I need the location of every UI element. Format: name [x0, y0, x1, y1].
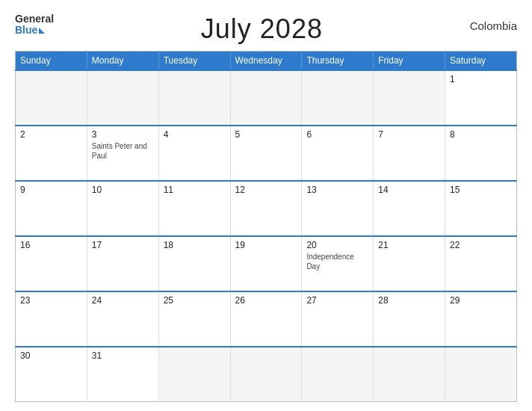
day-number: 10 — [92, 185, 154, 195]
page: General Blue July 2028 Colombia Sunday M… — [0, 0, 532, 411]
day-number: 7 — [378, 129, 440, 140]
day-number: 9 — [20, 185, 82, 195]
day-number: 28 — [378, 295, 440, 306]
logo-triangle-icon — [39, 28, 45, 34]
day-number: 21 — [378, 240, 440, 250]
day-number: 18 — [164, 240, 226, 250]
day-number: 15 — [450, 185, 512, 195]
calendar-cell: 10 — [87, 181, 158, 236]
logo-general-text: General — [15, 13, 54, 24]
calendar-cell: 19 — [230, 236, 302, 291]
weekday-friday: Friday — [374, 52, 445, 71]
calendar-cell: 9 — [16, 181, 87, 236]
day-number: 12 — [235, 185, 297, 195]
weekday-wednesday: Wednesday — [230, 52, 302, 71]
calendar-cell: 29 — [445, 291, 517, 347]
calendar-cell: 24 — [87, 291, 158, 347]
day-number: 13 — [306, 185, 368, 195]
weekday-thursday: Thursday — [302, 52, 374, 71]
calendar-cell: 6 — [302, 126, 374, 181]
calendar-cell: 20Independence Day — [302, 236, 374, 291]
day-number: 22 — [450, 240, 512, 250]
calendar-cell: 2 — [16, 126, 87, 181]
calendar-cell: 25 — [158, 291, 230, 347]
day-number: 16 — [20, 240, 82, 250]
calendar-cell: 31 — [87, 347, 158, 402]
calendar-cell: 8 — [445, 126, 517, 181]
calendar-cell — [158, 70, 230, 126]
month-title: July 2028 — [201, 13, 323, 44]
title-area: July 2028 — [54, 13, 469, 45]
calendar-cell: 16 — [16, 236, 87, 291]
day-number: 5 — [235, 129, 297, 140]
weekday-sunday: Sunday — [16, 52, 87, 71]
calendar-cell — [302, 347, 374, 402]
calendar-cell: 13 — [302, 181, 374, 236]
day-number: 29 — [450, 295, 512, 306]
calendar-week-row: 23242526272829 — [16, 291, 517, 347]
calendar-cell: 5 — [230, 126, 302, 181]
weekday-header-row: Sunday Monday Tuesday Wednesday Thursday… — [16, 52, 517, 71]
weekday-saturday: Saturday — [445, 52, 517, 71]
calendar-cell: 11 — [158, 181, 230, 236]
day-number: 3 — [92, 129, 154, 140]
day-number: 19 — [235, 240, 297, 250]
calendar-cell: 18 — [158, 236, 230, 291]
calendar-cell: 4 — [158, 126, 230, 181]
calendar-cell — [374, 347, 445, 402]
calendar-cell — [374, 70, 445, 126]
calendar-week-row: 23Saints Peter and Paul45678 — [16, 126, 517, 181]
calendar-week-row: 9101112131415 — [16, 181, 517, 236]
calendar-week-row: 1617181920Independence Day2122 — [16, 236, 517, 291]
calendar-cell: 14 — [374, 181, 445, 236]
calendar-cell: 21 — [374, 236, 445, 291]
day-number: 26 — [235, 295, 297, 306]
day-number: 27 — [306, 295, 368, 306]
header: General Blue July 2028 Colombia — [15, 13, 517, 45]
day-number: 11 — [164, 185, 226, 195]
calendar-cell — [158, 347, 230, 402]
day-number: 4 — [164, 129, 226, 140]
day-number: 8 — [450, 129, 512, 140]
calendar-week-row: 1 — [16, 70, 517, 126]
calendar-cell: 12 — [230, 181, 302, 236]
calendar-cell — [445, 347, 517, 402]
day-number: 17 — [92, 240, 154, 250]
day-number: 24 — [92, 295, 154, 306]
day-number: 2 — [20, 129, 82, 140]
calendar-cell: 1 — [445, 70, 517, 126]
calendar-cell — [302, 70, 374, 126]
day-number: 6 — [306, 129, 368, 140]
calendar-cell: 17 — [87, 236, 158, 291]
calendar-week-row: 3031 — [16, 347, 517, 402]
calendar-cell: 28 — [374, 291, 445, 347]
weekday-tuesday: Tuesday — [158, 52, 230, 71]
calendar-cell: 23 — [16, 291, 87, 347]
day-number: 20 — [306, 240, 368, 250]
day-number: 31 — [92, 350, 154, 361]
holiday-label: Saints Peter and Paul — [92, 141, 154, 161]
calendar-cell — [16, 70, 87, 126]
day-number: 30 — [20, 350, 82, 361]
calendar-cell — [230, 347, 302, 402]
holiday-label: Independence Day — [306, 252, 368, 271]
day-number: 23 — [20, 295, 82, 306]
calendar-cell — [87, 70, 158, 126]
calendar-cell: 15 — [445, 181, 517, 236]
calendar-cell: 30 — [16, 347, 87, 402]
day-number: 25 — [164, 295, 226, 306]
calendar-table: Sunday Monday Tuesday Wednesday Thursday… — [15, 51, 517, 402]
calendar-cell: 27 — [302, 291, 374, 347]
country-label: Colombia — [470, 13, 517, 32]
logo: General Blue — [15, 13, 54, 36]
calendar-cell: 22 — [445, 236, 517, 291]
day-number: 14 — [378, 185, 440, 195]
calendar-cell: 3Saints Peter and Paul — [87, 126, 158, 181]
weekday-monday: Monday — [87, 52, 158, 71]
calendar-cell: 7 — [374, 126, 445, 181]
calendar-cell — [230, 70, 302, 126]
calendar-cell: 26 — [230, 291, 302, 347]
day-number: 1 — [450, 74, 512, 84]
logo-blue-text: Blue — [15, 24, 45, 36]
